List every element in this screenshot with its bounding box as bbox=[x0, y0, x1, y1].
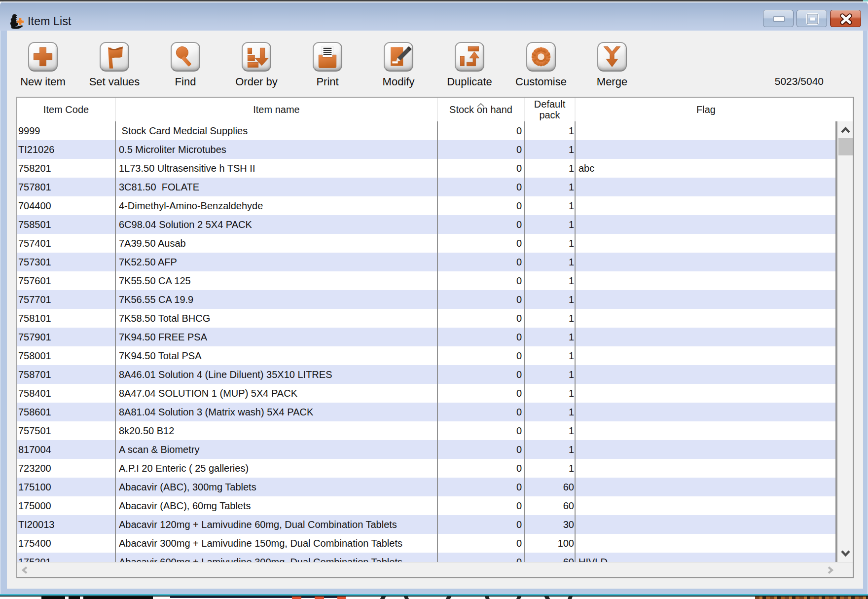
table-body[interactable]: 9999 Stock Card Medcial Supplies01TI2102… bbox=[17, 121, 836, 562]
column-header-code[interactable]: Item Code bbox=[17, 98, 116, 121]
table-row[interactable]: 7587018A46.01 Solution 4 (Line Diluent) … bbox=[17, 365, 836, 384]
scroll-left-icon[interactable] bbox=[21, 566, 29, 574]
maximize-icon bbox=[797, 10, 828, 28]
find-button[interactable]: Find bbox=[149, 42, 221, 88]
order-by-icon bbox=[242, 42, 271, 72]
maximize-button[interactable] bbox=[796, 10, 827, 27]
cell-stock: 0 bbox=[438, 215, 525, 234]
table-row[interactable]: 9999 Stock Card Medcial Supplies01 bbox=[17, 121, 836, 140]
table-row[interactable]: 723200A.P.I 20 Enteric ( 25 galleries)01 bbox=[17, 459, 836, 478]
set-values-button[interactable]: Set values bbox=[78, 42, 150, 88]
table-row[interactable]: 7578013C81.50 FOLATE01 bbox=[17, 178, 836, 196]
cell-code: 758101 bbox=[17, 309, 116, 328]
cell-flag bbox=[576, 215, 836, 234]
cell-code: TI21026 bbox=[17, 140, 116, 159]
cell-code: 758201 bbox=[17, 159, 116, 178]
table-row[interactable]: 7580017K94.50 Total PSA01 bbox=[17, 346, 836, 365]
table-row[interactable]: 7581017K58.50 Total BHCG01 bbox=[17, 309, 836, 328]
table-row[interactable]: 817004A scan & Biometry01 bbox=[17, 440, 836, 459]
cell-name: Abacavir 600mg + Lamivudine 300mg, Dual … bbox=[116, 553, 438, 562]
cell-flag bbox=[576, 290, 836, 309]
item-list-window: Item List bbox=[0, 1, 868, 594]
column-header-name[interactable]: Item name bbox=[116, 98, 438, 121]
minimize-button[interactable] bbox=[763, 10, 794, 27]
duplicate-label: Duplicate bbox=[434, 76, 506, 88]
table-row[interactable]: 7584018A47.04 SOLUTION 1 (MUP) 5X4 PACK0… bbox=[17, 384, 836, 403]
cell-stock: 0 bbox=[438, 440, 525, 459]
close-button[interactable] bbox=[830, 10, 861, 27]
cell-pack: 1 bbox=[525, 178, 576, 196]
cell-pack: 30 bbox=[525, 515, 576, 534]
customise-button[interactable]: Customise bbox=[505, 42, 577, 88]
table-row[interactable]: 7575018k20.50 B1201 bbox=[17, 421, 836, 440]
table-row[interactable]: 7573017K52.50 AFP01 bbox=[17, 253, 836, 271]
cell-pack: 1 bbox=[525, 346, 576, 365]
msupply-app-icon bbox=[8, 13, 25, 30]
cell-code: 817004 bbox=[17, 440, 116, 459]
set-values-label: Set values bbox=[78, 76, 150, 88]
scroll-up-icon[interactable] bbox=[840, 126, 851, 134]
cell-pack: 1 bbox=[525, 459, 576, 478]
table-row[interactable]: 175100Abacavir (ABC), 300mg Tablets060 bbox=[17, 478, 836, 496]
cell-name: 6C98.04 Solution 2 5X4 PACK bbox=[116, 215, 438, 234]
horizontal-scrollbar[interactable] bbox=[17, 562, 853, 577]
cell-name: 7A39.50 Ausab bbox=[116, 234, 438, 253]
close-icon bbox=[831, 10, 862, 28]
print-button[interactable]: Print bbox=[291, 42, 363, 88]
vertical-scrollbar[interactable] bbox=[836, 121, 853, 562]
cell-code: 175400 bbox=[17, 534, 116, 553]
table-row[interactable]: TI20013Abacavir 120mg + Lamivudine 60mg,… bbox=[17, 515, 836, 534]
table-row[interactable]: 175000Abacavir (ABC), 60mg Tablets060 bbox=[17, 496, 836, 515]
column-header-label: Item Code bbox=[43, 104, 89, 115]
vertical-scrollbar-thumb[interactable] bbox=[838, 138, 853, 155]
cell-code: 757701 bbox=[17, 290, 116, 309]
scroll-right-icon[interactable] bbox=[826, 566, 834, 574]
cell-flag bbox=[576, 365, 836, 384]
modify-button[interactable]: Modify bbox=[362, 42, 434, 88]
cell-stock: 0 bbox=[438, 328, 525, 346]
table-row[interactable]: 7579017K94.50 FREE PSA01 bbox=[17, 328, 836, 346]
table-row[interactable]: 7585016C98.04 Solution 2 5X4 PACK01 bbox=[17, 215, 836, 234]
merge-button[interactable]: Merge bbox=[576, 42, 648, 88]
column-header-label: Default pack bbox=[533, 99, 567, 120]
cell-stock: 0 bbox=[438, 365, 525, 384]
table-row[interactable]: TI210260.5 Microliter Microtubes01 bbox=[17, 140, 836, 159]
find-icon bbox=[171, 42, 200, 72]
merge-label: Merge bbox=[576, 76, 648, 88]
order-by-button[interactable]: Order by bbox=[220, 42, 292, 88]
table-row[interactable]: 7582011L73.50 Ultrasensitive h TSH II01a… bbox=[17, 159, 836, 178]
cell-stock: 0 bbox=[438, 234, 525, 253]
scroll-down-icon[interactable] bbox=[840, 549, 851, 557]
cell-pack: 1 bbox=[525, 384, 576, 403]
table-row[interactable]: 7586018A81.04 Solution 3 (Matrix wash) 5… bbox=[17, 403, 836, 421]
cell-pack: 60 bbox=[525, 553, 576, 562]
cell-name: Abacavir 300mg + Lamivudine 150mg, Dual … bbox=[116, 534, 438, 553]
table-row[interactable]: 175400Abacavir 300mg + Lamivudine 150mg,… bbox=[17, 534, 836, 553]
cell-name: A scan & Biometry bbox=[116, 440, 438, 459]
table-row[interactable]: 7574017A39.50 Ausab01 bbox=[17, 234, 836, 253]
table-row[interactable]: 7577017K56.55 CA 19.901 bbox=[17, 290, 836, 309]
table-row[interactable]: 175201Abacavir 600mg + Lamivudine 300mg,… bbox=[17, 553, 836, 562]
column-header-flag[interactable]: Flag bbox=[576, 98, 836, 121]
customise-icon bbox=[526, 42, 556, 72]
cell-flag bbox=[576, 384, 836, 403]
cell-code: 757501 bbox=[17, 421, 116, 440]
window-titlebar[interactable]: Item List bbox=[0, 2, 868, 31]
new-item-icon bbox=[28, 42, 58, 72]
modify-label: Modify bbox=[362, 76, 434, 88]
cell-flag bbox=[576, 403, 836, 421]
column-header-pack[interactable]: Default pack bbox=[525, 98, 576, 121]
table-row[interactable]: 7576017K55.50 CA 12501 bbox=[17, 271, 836, 290]
new-item-button[interactable]: New item bbox=[7, 42, 79, 88]
column-header-stock[interactable]: Stock on hand bbox=[438, 98, 525, 121]
duplicate-icon bbox=[455, 42, 484, 72]
cell-pack: 1 bbox=[525, 234, 576, 253]
background-window-sliver bbox=[0, 597, 868, 599]
cell-code: 175201 bbox=[17, 553, 116, 562]
cell-name: Abacavir 120mg + Lamivudine 60mg, Dual C… bbox=[116, 515, 438, 534]
cell-pack: 1 bbox=[525, 159, 576, 178]
table-row[interactable]: 7044004-Dimethyl-Amino-Benzaldehyde01 bbox=[17, 196, 836, 215]
cell-stock: 0 bbox=[438, 346, 525, 365]
print-label: Print bbox=[291, 76, 363, 88]
duplicate-button[interactable]: Duplicate bbox=[434, 42, 506, 88]
